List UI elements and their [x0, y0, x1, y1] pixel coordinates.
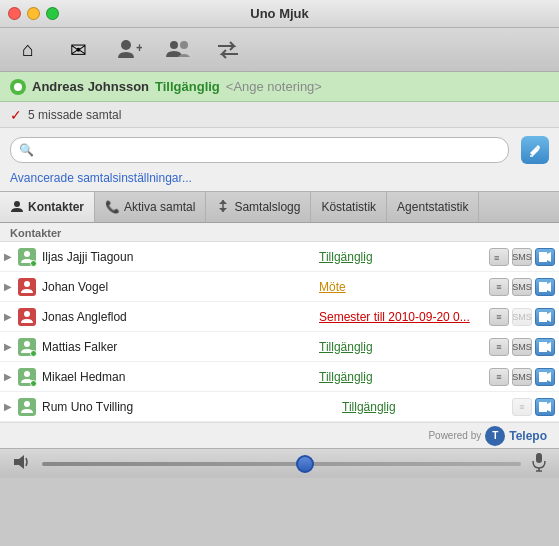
avatar — [18, 308, 36, 326]
volume-slider-thumb[interactable] — [296, 455, 314, 473]
svg-marker-16 — [547, 312, 551, 322]
contact-status[interactable]: Tillgänglig — [319, 370, 489, 384]
video-btn-3[interactable] — [535, 338, 555, 356]
svg-marker-26 — [14, 455, 24, 469]
missed-calls-bar: ✓ 5 missade samtal — [0, 102, 559, 128]
video-btn-1[interactable] — [535, 278, 555, 296]
missed-check-icon: ✓ — [10, 107, 22, 123]
active-calls-tab-icon: 📞 — [105, 200, 120, 214]
expand-icon[interactable]: ▶ — [4, 251, 16, 262]
contact-status[interactable]: Tillgänglig — [319, 340, 489, 354]
note-btn-3[interactable]: ≡ — [489, 338, 509, 356]
note-btn-2[interactable]: ≡ — [489, 308, 509, 326]
search-icon: 🔍 — [19, 143, 34, 157]
expand-icon[interactable]: ▶ — [4, 341, 16, 352]
contact-row: ▶ Johan Vogel Möte ≡ SMS — [0, 272, 559, 302]
sms-btn-0[interactable]: SMS — [512, 248, 532, 266]
video-btn-4[interactable] — [535, 368, 555, 386]
video-btn-2[interactable] — [535, 308, 555, 326]
status-indicator — [10, 79, 26, 95]
sms-btn-3[interactable]: SMS — [512, 338, 532, 356]
avatar-body — [18, 398, 36, 416]
volume-slider-track[interactable] — [42, 462, 521, 466]
search-input[interactable] — [38, 143, 500, 157]
note-btn-5: ≡ — [512, 398, 532, 416]
contact-name: Iljas Jajji Tiagoun — [42, 250, 319, 264]
contact-name: Johan Vogel — [42, 280, 319, 294]
tab-call-log[interactable]: Samtalslogg — [206, 192, 311, 222]
video-btn-0[interactable] — [535, 248, 555, 266]
contact-row: ▶ Jonas Angleflod Semester till 2010-09-… — [0, 302, 559, 332]
tab-stats[interactable]: Köstatistik — [311, 192, 387, 222]
avatar-body — [18, 278, 36, 296]
close-button[interactable] — [8, 7, 21, 20]
contact-name: Mattias Falker — [42, 340, 319, 354]
contact-actions: ≡ — [512, 398, 555, 416]
tab-contacts[interactable]: Kontakter — [0, 192, 95, 222]
advanced-settings-link[interactable]: Avancerade samtalsinställningar... — [10, 171, 192, 185]
contacts-tab-icon — [10, 199, 24, 216]
tab-agent-stats[interactable]: Agentstatistik — [387, 192, 479, 222]
svg-text:≡: ≡ — [494, 253, 499, 263]
call-log-tab-icon — [216, 199, 230, 216]
contact-actions: ≡ SMS — [489, 248, 555, 266]
tabs-bar: Kontakter 📞 Aktiva samtal Samtalslogg Kö… — [0, 191, 559, 223]
email-icon[interactable]: ✉ — [62, 34, 94, 66]
contact-status[interactable]: Tillgänglig — [319, 250, 489, 264]
svg-marker-21 — [539, 372, 547, 382]
svg-marker-25 — [547, 402, 551, 412]
svg-point-11 — [24, 281, 30, 287]
home-icon[interactable]: ⌂ — [12, 34, 44, 66]
contact-status[interactable]: Semester till 2010-09-20 0... — [319, 310, 489, 324]
note-btn-1[interactable]: ≡ — [489, 278, 509, 296]
svg-marker-19 — [547, 342, 551, 352]
contact-name: Mikael Hedman — [42, 370, 319, 384]
svg-point-0 — [121, 40, 131, 50]
avatar — [18, 368, 36, 386]
tab-active-calls[interactable]: 📞 Aktiva samtal — [95, 192, 206, 222]
call-btn-0[interactable]: ≡ — [489, 248, 509, 266]
tab-active-calls-label: Aktiva samtal — [124, 200, 195, 214]
tab-agent-stats-label: Agentstatistik — [397, 200, 468, 214]
tab-stats-label: Köstatistik — [321, 200, 376, 214]
telepo-logo: T Telepo — [485, 426, 547, 446]
minimize-button[interactable] — [27, 7, 40, 20]
svg-rect-27 — [536, 453, 542, 463]
sms-btn-4[interactable]: SMS — [512, 368, 532, 386]
contact-actions: ≡ SMS — [489, 308, 555, 326]
svg-marker-24 — [539, 402, 547, 412]
contact-actions: ≡ SMS — [489, 368, 555, 386]
contacts-icon[interactable] — [162, 34, 194, 66]
contact-row: ▶ Rum Uno Tvilling Tillgänglig ≡ — [0, 392, 559, 422]
expand-icon[interactable]: ▶ — [4, 371, 16, 382]
video-btn-5[interactable] — [535, 398, 555, 416]
contact-actions: ≡ SMS — [489, 278, 555, 296]
footer: Powered by T Telepo — [0, 422, 559, 448]
expand-icon[interactable]: ▶ — [4, 311, 16, 322]
svg-point-20 — [24, 371, 30, 377]
contact-actions: ≡ SMS — [489, 338, 555, 356]
avatar — [18, 338, 36, 356]
transfer-icon[interactable] — [212, 34, 244, 66]
contact-row: ▶ Iljas Jajji Tiagoun Tillgänglig ≡ SMS — [0, 242, 559, 272]
availability-status[interactable]: Tillgänglig — [155, 79, 220, 94]
note-btn-4[interactable]: ≡ — [489, 368, 509, 386]
search-action-button[interactable] — [521, 136, 549, 164]
maximize-button[interactable] — [46, 7, 59, 20]
svg-point-5 — [14, 201, 20, 207]
svg-marker-12 — [539, 282, 547, 292]
add-contact-icon[interactable]: + — [112, 34, 144, 66]
expand-icon[interactable]: ▶ — [4, 401, 16, 412]
contact-status[interactable]: Möte — [319, 280, 489, 294]
expand-icon[interactable]: ▶ — [4, 281, 16, 292]
contact-row: ▶ Mattias Falker Tillgänglig ≡ SMS — [0, 332, 559, 362]
svg-marker-15 — [539, 312, 547, 322]
advanced-settings-area: Avancerade samtalsinställningar... — [0, 168, 559, 191]
sms-btn-1[interactable]: SMS — [512, 278, 532, 296]
missed-calls-text[interactable]: 5 missade samtal — [28, 108, 121, 122]
contact-status[interactable]: Tillgänglig — [342, 400, 512, 414]
svg-text:+: + — [136, 41, 142, 55]
status-note[interactable]: <Ange notering> — [226, 79, 322, 94]
svg-point-17 — [24, 341, 30, 347]
search-area: 🔍 — [0, 128, 559, 168]
